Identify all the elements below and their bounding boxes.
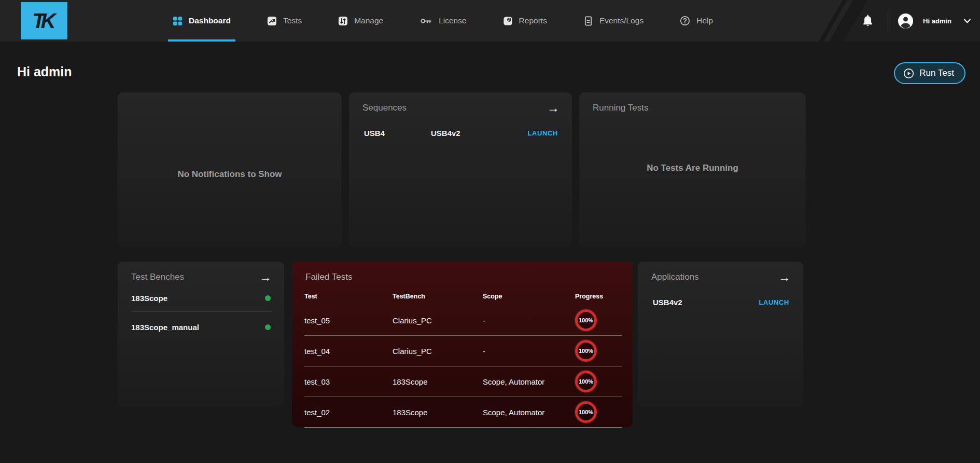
play-circle-icon <box>903 68 914 79</box>
sequence-row: USB4 USB4v2 LAUNCH <box>349 113 572 138</box>
failed-test-scope: Scope, Automator <box>483 377 575 386</box>
failed-test-name: test_02 <box>304 408 393 417</box>
running-tests-empty-text: No Tests Are Running <box>579 163 806 173</box>
sequence-name: USB4 <box>364 129 431 138</box>
run-test-button[interactable]: Run Test <box>894 62 965 84</box>
logo-monogram: TK <box>32 9 55 33</box>
failed-test-bench: Clarius_PC <box>393 316 483 325</box>
tab-label: Events/Logs <box>599 16 643 25</box>
progress-ring: 100% <box>575 309 597 331</box>
page-title: Hi admin <box>17 64 72 79</box>
column-header-progress: Progress <box>575 293 622 300</box>
online-status-dot <box>265 295 271 301</box>
failed-test-row[interactable]: test_03 183Scope Scope, Automator 100% <box>304 366 622 397</box>
progress-ring: 100% <box>575 340 597 362</box>
tab-events-logs[interactable]: Events/Logs <box>583 0 643 42</box>
sequence-application: USB4v2 <box>431 129 528 138</box>
arrow-right-icon[interactable]: → <box>778 272 791 282</box>
progress-ring: 100% <box>575 401 597 423</box>
sequences-card-title: Sequences <box>362 103 407 113</box>
notifications-card: No Notifications to Show <box>118 92 342 247</box>
application-launch-button[interactable]: LAUNCH <box>759 298 789 306</box>
test-bench-row[interactable]: 183Scope <box>131 282 272 311</box>
failed-test-scope: - <box>483 347 575 356</box>
tab-label: Tests <box>283 16 302 25</box>
running-tests-card-title: Running Tests <box>593 103 648 113</box>
failed-test-name: test_03 <box>304 377 393 386</box>
application-name: USB4v2 <box>653 298 759 307</box>
column-header-testbench: TestBench <box>393 293 483 300</box>
sequence-launch-button[interactable]: LAUNCH <box>528 129 558 137</box>
tab-tests[interactable]: Tests <box>267 0 302 42</box>
dashboard-grid-icon <box>173 16 183 26</box>
tests-trend-icon <box>267 16 277 26</box>
tab-label: Dashboard <box>189 16 231 25</box>
applications-card-title: Applications <box>651 272 699 282</box>
progress-ring: 100% <box>575 371 597 392</box>
failed-tests-card: Failed Tests Test TestBench Scope Progre… <box>292 262 633 427</box>
failed-test-row[interactable]: test_04 Clarius_PC - 100% <box>304 336 622 366</box>
main-nav: Dashboard Tests Manage License Reports <box>173 0 713 42</box>
failed-test-bench: 183Scope <box>393 377 483 386</box>
tektronix-logo[interactable]: TK <box>21 2 67 39</box>
arrow-right-icon[interactable]: → <box>259 272 272 282</box>
applications-card: Applications → USB4v2 LAUNCH <box>638 262 803 406</box>
user-avatar[interactable] <box>898 13 914 29</box>
failed-test-scope: Scope, Automator <box>483 408 575 417</box>
column-header-scope: Scope <box>483 293 575 300</box>
test-bench-row[interactable]: 183Scope_manual <box>131 311 272 340</box>
top-nav-bar: TK Dashboard Tests Manage License <box>0 0 980 42</box>
online-status-dot <box>265 324 271 330</box>
test-bench-name: 183Scope <box>131 294 167 303</box>
user-greeting: Hi admin <box>923 17 951 25</box>
notifications-bell-icon[interactable] <box>861 14 874 28</box>
tab-license[interactable]: License <box>419 0 466 42</box>
run-test-label: Run Test <box>919 68 954 78</box>
header-user-area: Hi admin <box>861 0 972 42</box>
arrow-right-icon[interactable]: → <box>547 103 559 113</box>
reports-chart-icon <box>503 16 513 26</box>
tab-manage[interactable]: Manage <box>338 0 383 42</box>
chevron-down-icon[interactable] <box>963 17 972 25</box>
failed-test-bench: Clarius_PC <box>393 347 483 356</box>
failed-tests-card-title: Failed Tests <box>305 272 352 282</box>
tab-reports[interactable]: Reports <box>503 0 547 42</box>
tab-label: Manage <box>354 16 383 25</box>
tab-label: License <box>439 16 466 25</box>
license-key-icon <box>419 16 432 26</box>
failed-test-row[interactable]: test_02 183Scope Scope, Automator 100% <box>304 397 622 428</box>
events-logs-document-icon <box>583 16 593 26</box>
notifications-empty-text: No Notifications to Show <box>118 169 342 180</box>
running-tests-card: Running Tests No Tests Are Running <box>579 92 806 247</box>
application-row: USB4v2 LAUNCH <box>638 282 803 307</box>
failed-tests-header-row: Test TestBench Scope Progress <box>304 288 622 305</box>
tab-label: Reports <box>519 16 547 25</box>
test-benches-card: Test Benches → 183Scope 183Scope_manual <box>118 262 284 407</box>
tab-help[interactable]: Help <box>680 0 713 42</box>
test-bench-name: 183Scope_manual <box>131 323 199 332</box>
failed-test-bench: 183Scope <box>393 408 483 417</box>
failed-test-name: test_05 <box>304 316 393 325</box>
test-benches-card-title: Test Benches <box>131 272 184 282</box>
sequences-card: Sequences → USB4 USB4v2 LAUNCH <box>349 92 572 247</box>
failed-test-name: test_04 <box>304 347 393 356</box>
help-circle-icon <box>680 16 690 26</box>
header-divider <box>888 11 888 31</box>
failed-test-scope: - <box>483 316 575 325</box>
failed-test-row[interactable]: test_05 Clarius_PC - 100% <box>304 305 622 336</box>
tab-dashboard[interactable]: Dashboard <box>173 0 231 42</box>
tab-label: Help <box>696 16 713 25</box>
failed-tests-table: Test TestBench Scope Progress test_05 Cl… <box>304 288 622 428</box>
manage-sliders-icon <box>338 16 348 26</box>
column-header-test: Test <box>304 293 393 300</box>
